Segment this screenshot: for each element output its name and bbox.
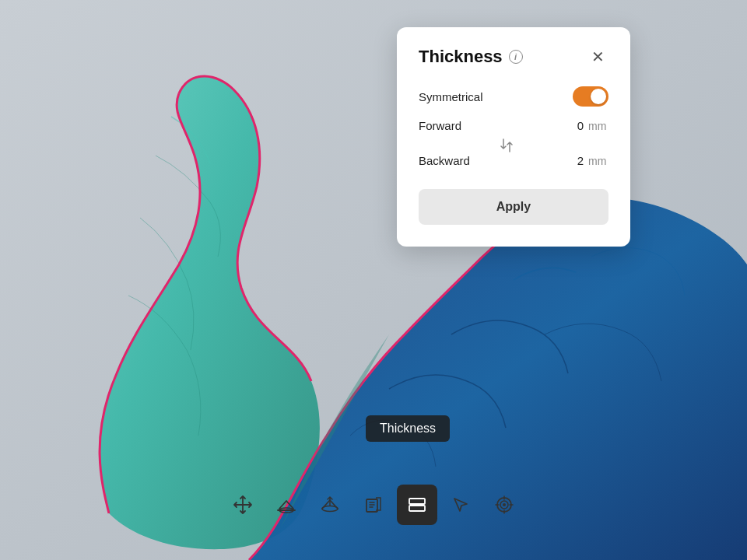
close-button[interactable]: ✕ bbox=[587, 46, 608, 68]
forward-field-right: 0 mm bbox=[556, 119, 608, 132]
symmetrical-row: Symmetrical bbox=[419, 86, 608, 107]
thickness-panel: Thickness i ✕ Symmetrical Forward 0 mm bbox=[397, 27, 630, 247]
fields-container: Forward 0 mm Backward 2 mm bbox=[419, 119, 608, 167]
move-icon bbox=[233, 495, 253, 515]
thickness-icon bbox=[407, 495, 427, 515]
symmetrical-label: Symmetrical bbox=[419, 90, 483, 103]
svg-point-8 bbox=[503, 503, 506, 506]
sheet-icon bbox=[363, 495, 384, 515]
backward-unit: mm bbox=[588, 155, 608, 167]
toggle-knob bbox=[591, 89, 606, 104]
swap-icon bbox=[500, 138, 513, 152]
plane-cut-icon bbox=[276, 495, 296, 515]
plane-cut-tool-button[interactable] bbox=[266, 485, 307, 525]
forward-row: Forward 0 mm bbox=[419, 119, 608, 132]
sheet-tool-button[interactable] bbox=[353, 485, 394, 525]
backward-value: 2 bbox=[556, 154, 584, 167]
move-tool-button[interactable] bbox=[223, 485, 263, 525]
backward-field-right: 2 mm bbox=[556, 154, 608, 167]
panel-title: Thickness bbox=[419, 47, 503, 67]
backward-row: Backward 2 mm bbox=[419, 154, 608, 167]
forward-label: Forward bbox=[419, 119, 481, 132]
canvas-background bbox=[0, 0, 747, 560]
panel-header: Thickness i ✕ bbox=[419, 46, 608, 68]
svg-point-2 bbox=[322, 506, 338, 512]
backward-label: Backward bbox=[419, 154, 481, 167]
target-tool-button[interactable] bbox=[484, 485, 524, 525]
target-icon bbox=[494, 495, 514, 515]
panel-title-row: Thickness i bbox=[419, 47, 523, 67]
arrow-tool-button[interactable] bbox=[440, 485, 481, 525]
plane-cut2-tool-button[interactable] bbox=[310, 485, 350, 525]
svg-rect-4 bbox=[409, 499, 425, 504]
forward-value: 0 bbox=[556, 119, 584, 132]
info-icon[interactable]: i bbox=[509, 50, 523, 64]
svg-rect-5 bbox=[409, 506, 425, 511]
arrow-tool-icon bbox=[451, 495, 471, 515]
plane-cut2-icon bbox=[320, 495, 340, 515]
thickness-tool-button[interactable] bbox=[397, 485, 437, 525]
symmetrical-toggle[interactable] bbox=[573, 86, 608, 107]
svg-rect-3 bbox=[366, 499, 377, 512]
apply-button[interactable]: Apply bbox=[419, 189, 608, 225]
toolbar bbox=[223, 485, 524, 525]
swap-arrows bbox=[419, 138, 608, 152]
forward-unit: mm bbox=[588, 120, 608, 132]
